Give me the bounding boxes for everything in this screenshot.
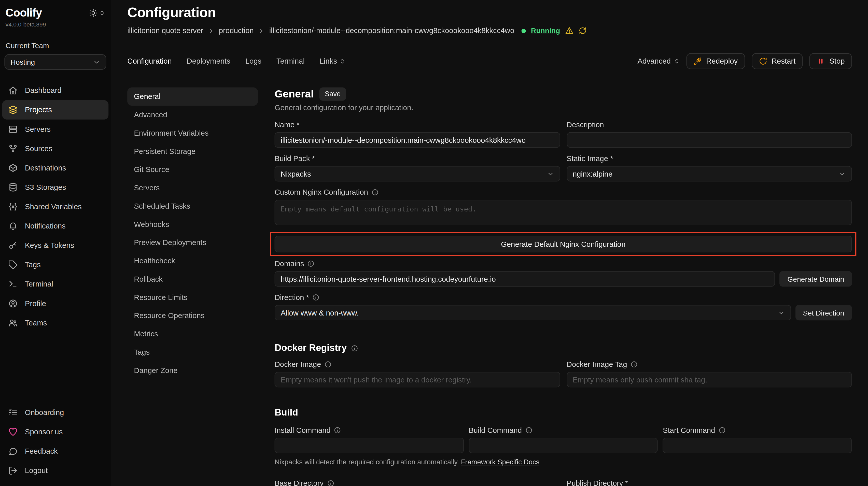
save-button[interactable]: Save [319, 88, 346, 101]
info-icon[interactable] [525, 427, 532, 434]
info-icon[interactable] [308, 260, 315, 267]
nginx-config-textarea[interactable] [275, 200, 852, 225]
breadcrumb-environment[interactable]: production [219, 27, 254, 35]
status-badge[interactable]: Running [531, 27, 560, 35]
docker-image-input[interactable] [275, 372, 560, 387]
subnav-item-scheduled-tasks[interactable]: Scheduled Tasks [127, 197, 258, 215]
theme-toggle[interactable] [89, 9, 105, 17]
subnav-item-servers[interactable]: Servers [127, 179, 258, 197]
app-logo: Coolify [6, 7, 42, 19]
subnav-item-preview-deployments[interactable]: Preview Deployments [127, 234, 258, 252]
sidebar-item-dashboard[interactable]: Dashboard [2, 81, 109, 100]
sidebar-item-terminal[interactable]: Terminal [2, 274, 109, 294]
advanced-dropdown[interactable]: Advanced [638, 57, 679, 65]
info-icon[interactable] [351, 345, 359, 352]
sidebar-item-servers[interactable]: Servers [2, 120, 109, 139]
tab-links-label: Links [320, 57, 337, 65]
heart-icon [8, 427, 18, 436]
sidebar-item-label: Sources [25, 144, 53, 153]
framework-docs-link[interactable]: Framework Specific Docs [461, 458, 539, 466]
subnav-item-rollback[interactable]: Rollback [127, 270, 258, 288]
app-version: v4.0.0-beta.399 [0, 19, 111, 28]
page-title: Configuration [127, 4, 852, 20]
team-select-value: Hosting [10, 58, 35, 66]
subnav-item-persistent-storage[interactable]: Persistent Storage [127, 142, 258, 161]
sidebar-item-tags[interactable]: Tags [2, 255, 109, 274]
user-circle-icon [8, 299, 18, 308]
info-icon[interactable] [371, 189, 378, 196]
generate-nginx-config-button[interactable]: Generate Default Nginx Configuration [275, 236, 852, 252]
sidebar-item-profile[interactable]: Profile [2, 294, 109, 313]
subnav-item-webhooks[interactable]: Webhooks [127, 215, 258, 234]
sidebar-item-s3-storages[interactable]: S3 Storages [2, 177, 109, 197]
breadcrumb-project[interactable]: illicitonion quote server [127, 27, 204, 35]
subnav-item-environment-variables[interactable]: Environment Variables [127, 124, 258, 142]
sidebar-item-label: Dashboard [25, 86, 62, 95]
sidebar-item-feedback[interactable]: Feedback [2, 442, 109, 461]
action-buttons: Advanced Redeploy Restart Stop [638, 53, 852, 69]
tab-links[interactable]: Links [320, 57, 345, 65]
redeploy-button[interactable]: Redeploy [686, 53, 745, 69]
chevron-right-icon [259, 28, 264, 34]
subnav-item-tags[interactable]: Tags [127, 343, 258, 361]
direction-select[interactable]: Allow www & non-www. [275, 305, 791, 320]
helper-text: Nixpacks will detect the required config… [275, 458, 459, 466]
info-icon[interactable] [327, 480, 334, 486]
base-directory-label: Base Directory [275, 479, 324, 486]
stop-button[interactable]: Stop [809, 53, 852, 69]
breadcrumb-application[interactable]: illicitestonion/-module--decomposition:m… [269, 27, 515, 35]
subnav-item-resource-limits[interactable]: Resource Limits [127, 288, 258, 306]
subnav-item-advanced[interactable]: Advanced [127, 106, 258, 124]
install-command-input[interactable] [275, 438, 464, 453]
build-command-input[interactable] [469, 438, 658, 453]
chat-bubble-icon [8, 447, 18, 456]
chevron-down-icon [93, 58, 100, 65]
sidebar-item-shared-variables[interactable]: Shared Variables [2, 197, 109, 216]
info-icon[interactable] [312, 294, 319, 301]
sidebar-item-notifications[interactable]: Notifications [2, 216, 109, 236]
refresh-status-icon[interactable] [578, 27, 587, 35]
subnav-item-general[interactable]: General [127, 88, 258, 106]
sidebar-item-destinations[interactable]: Destinations [2, 158, 109, 177]
warning-icon[interactable] [565, 27, 574, 35]
docker-image-tag-input[interactable] [567, 372, 852, 387]
subnav-item-resource-operations[interactable]: Resource Operations [127, 306, 258, 325]
info-icon[interactable] [718, 427, 725, 434]
start-command-input[interactable] [663, 438, 852, 453]
subnav-item-metrics[interactable]: Metrics [127, 325, 258, 343]
generate-domain-button[interactable]: Generate Domain [780, 271, 852, 287]
sidebar-item-sources[interactable]: Sources [2, 139, 109, 158]
tab-logs[interactable]: Logs [245, 57, 262, 65]
subnav-item-git-source[interactable]: Git Source [127, 161, 258, 179]
sidebar-item-label: Logout [25, 466, 48, 475]
sidebar-item-teams[interactable]: Teams [2, 313, 109, 332]
name-input[interactable] [275, 132, 560, 148]
updown-chevron-icon [339, 58, 345, 64]
description-input[interactable] [567, 132, 852, 148]
info-icon[interactable] [334, 427, 341, 434]
direction-label: Direction * [275, 293, 309, 302]
tab-configuration[interactable]: Configuration [127, 57, 172, 65]
sidebar-item-keys-tokens[interactable]: Keys & Tokens [2, 236, 109, 255]
info-icon[interactable] [630, 361, 638, 368]
updown-chevron-icon [674, 58, 680, 64]
static-image-select[interactable]: nginx:alpine [567, 166, 852, 182]
sidebar-item-onboarding[interactable]: Onboarding [2, 403, 109, 422]
tab-deployments[interactable]: Deployments [187, 57, 230, 65]
domains-input[interactable] [275, 271, 775, 287]
updown-chevron-icon [99, 10, 105, 16]
restart-button[interactable]: Restart [752, 53, 803, 69]
subnav-item-danger-zone[interactable]: Danger Zone [127, 361, 258, 380]
subnav-item-healthcheck[interactable]: Healthcheck [127, 252, 258, 270]
chevron-down-icon [778, 309, 785, 316]
sidebar-item-logout[interactable]: Logout [2, 461, 109, 480]
sidebar-item-label: Servers [25, 125, 51, 133]
info-icon[interactable] [324, 361, 332, 368]
build-pack-select[interactable]: Nixpacks [275, 166, 560, 182]
team-select[interactable]: Hosting [4, 54, 106, 70]
sidebar-item-projects[interactable]: Projects [2, 100, 109, 120]
set-direction-button[interactable]: Set Direction [795, 305, 852, 320]
tab-terminal[interactable]: Terminal [276, 57, 305, 65]
sidebar-item-sponsor-us[interactable]: Sponsor us [2, 422, 109, 442]
current-team-label: Current Team [6, 41, 105, 50]
